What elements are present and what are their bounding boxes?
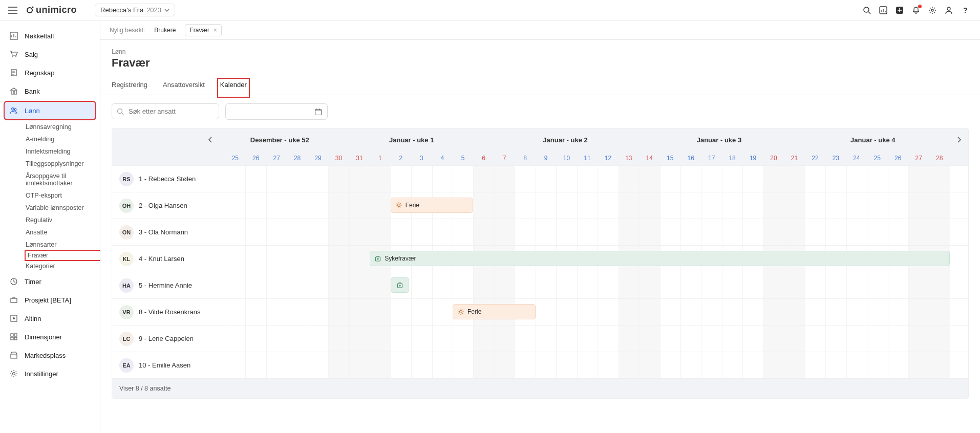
calendar-cell[interactable]	[225, 352, 245, 378]
calendar-cell[interactable]	[929, 166, 949, 192]
sidebar-sub-lonnsarter[interactable]: Lønnsarter	[0, 239, 100, 251]
calendar-cell[interactable]	[473, 192, 494, 219]
calendar-cell[interactable]	[411, 299, 432, 325]
calendar-cell[interactable]	[225, 166, 245, 192]
calendar-cell[interactable]	[825, 326, 846, 352]
calendar-cell[interactable]	[556, 166, 577, 192]
calendar-cell[interactable]	[225, 299, 245, 325]
calendar-cell[interactable]	[328, 352, 349, 378]
calendar-cell[interactable]	[888, 166, 908, 192]
sidebar-sub-inntektsmelding[interactable]: Inntektsmelding	[0, 145, 100, 158]
calendar-cell[interactable]	[577, 326, 598, 352]
calendar-cell[interactable]	[784, 272, 804, 298]
calendar-cell[interactable]	[266, 219, 287, 245]
calendar-cell[interactable]	[639, 192, 659, 219]
calendar-cell[interactable]	[328, 326, 349, 352]
calendar-cell[interactable]	[639, 166, 659, 192]
calendar-cell[interactable]	[639, 326, 659, 352]
calendar-cell[interactable]	[722, 272, 742, 298]
calendar-cell[interactable]	[598, 192, 618, 219]
calendar-cell[interactable]	[598, 272, 618, 298]
calendar-cell[interactable]	[266, 166, 287, 192]
calendar-cell[interactable]	[556, 219, 577, 245]
calendar-cell[interactable]	[867, 166, 887, 192]
calendar-cell[interactable]	[536, 166, 556, 192]
calendar-cell[interactable]	[701, 299, 721, 325]
calendar-cell[interactable]	[763, 326, 784, 352]
calendar-cell[interactable]	[722, 219, 742, 245]
event-small[interactable]	[391, 277, 409, 293]
calendar-cell[interactable]	[908, 352, 929, 378]
calendar-cell[interactable]	[742, 326, 763, 352]
calendar-cell[interactable]	[308, 299, 328, 325]
calendar-cell[interactable]	[411, 272, 432, 298]
calendar-cell[interactable]	[742, 272, 763, 298]
calendar-cell[interactable]	[825, 219, 846, 245]
calendar-cell[interactable]	[287, 326, 307, 352]
calendar-cell[interactable]	[660, 272, 680, 298]
calendar-cell[interactable]	[515, 166, 535, 192]
calendar-cell[interactable]	[639, 299, 659, 325]
calendar-cell[interactable]	[287, 192, 307, 219]
calendar-cell[interactable]	[432, 166, 453, 192]
calendar-cell[interactable]	[825, 299, 846, 325]
calendar-cell[interactable]	[701, 219, 721, 245]
calendar-cell[interactable]	[908, 326, 929, 352]
calendar-cell[interactable]	[473, 352, 494, 378]
calendar-cell[interactable]	[846, 272, 867, 298]
sidebar-item-salg[interactable]: Salg	[0, 45, 100, 63]
calendar-cell[interactable]	[370, 192, 390, 219]
sidebar-item-lonn[interactable]: Lønn	[4, 101, 96, 120]
calendar-cell[interactable]	[349, 166, 370, 192]
calendar-cell[interactable]	[701, 326, 721, 352]
calendar-cell[interactable]	[245, 192, 266, 219]
sidebar-sub-lonnsavregning[interactable]: Lønnsavregning	[0, 121, 100, 133]
calendar-cell[interactable]	[494, 272, 515, 298]
event-sykefravaer[interactable]: Sykefravær	[370, 251, 950, 266]
calendar-cell[interactable]	[370, 166, 390, 192]
calendar-cell[interactable]	[536, 192, 556, 219]
calendar-cell[interactable]	[908, 166, 929, 192]
calendar-cell[interactable]	[598, 219, 618, 245]
visited-link-brukere[interactable]: Brukere	[154, 27, 176, 34]
calendar-cell[interactable]	[763, 352, 784, 378]
calendar-cell[interactable]	[680, 299, 701, 325]
calendar-cell[interactable]	[619, 192, 639, 219]
calendar-cell[interactable]	[701, 192, 721, 219]
calendar-cell[interactable]	[453, 166, 473, 192]
calendar-cell[interactable]	[784, 352, 804, 378]
calendar-cell[interactable]	[660, 192, 680, 219]
calendar-cell[interactable]	[556, 352, 577, 378]
calendar-cell[interactable]	[494, 192, 515, 219]
calendar-cell[interactable]	[701, 272, 721, 298]
sidebar-item-dimensjoner[interactable]: Dimensjoner	[0, 328, 100, 346]
calendar-cell[interactable]	[556, 326, 577, 352]
calendar-cell[interactable]	[908, 272, 929, 298]
sidebar-sub-regulativ[interactable]: Regulativ	[0, 214, 100, 226]
calendar-cell[interactable]	[287, 272, 307, 298]
calendar-cell[interactable]	[536, 219, 556, 245]
calendar-cell[interactable]	[411, 166, 432, 192]
calendar-cell[interactable]	[888, 272, 908, 298]
calendar-cell[interactable]	[453, 352, 473, 378]
sidebar-item-innstillinger[interactable]: Innstillinger	[0, 364, 100, 383]
calendar-cell[interactable]	[370, 326, 390, 352]
calendar-cell[interactable]	[432, 352, 453, 378]
calendar-cell[interactable]	[639, 272, 659, 298]
sidebar-item-regnskap[interactable]: Regnskap	[0, 63, 100, 82]
calendar-cell[interactable]	[370, 272, 390, 298]
calendar-cell[interactable]	[245, 352, 266, 378]
calendar-cell[interactable]	[763, 192, 784, 219]
calendar-cell[interactable]	[722, 192, 742, 219]
calendar-cell[interactable]	[577, 272, 598, 298]
calendar-cell[interactable]	[287, 352, 307, 378]
calendar-cell[interactable]	[929, 352, 949, 378]
calendar-cell[interactable]	[370, 352, 390, 378]
calendar-cell[interactable]	[680, 326, 701, 352]
calendar-cell[interactable]	[515, 272, 535, 298]
calendar-cell[interactable]	[494, 326, 515, 352]
calendar-cell[interactable]	[266, 192, 287, 219]
notification-icon[interactable]	[911, 6, 921, 15]
calendar-cell[interactable]	[742, 299, 763, 325]
search-input[interactable]	[112, 103, 219, 119]
